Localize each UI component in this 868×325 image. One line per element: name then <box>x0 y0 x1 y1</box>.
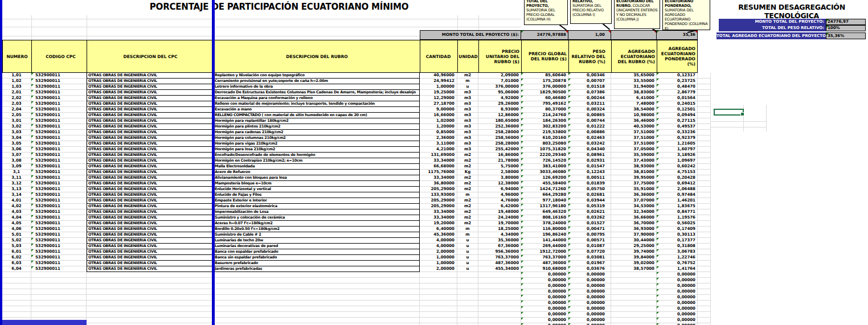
cell-peso-relativo[interactable]: 0,00865 <box>568 113 611 118</box>
cell-codigo-cpc[interactable]: 532900011 <box>31 147 87 153</box>
cell-descripcion-cpc[interactable]: OTRAS OBRAS DE INGENIERIA CIVIL <box>87 79 214 84</box>
empty-cell[interactable] <box>698 301 711 306</box>
cell-agregado-rubro[interactable]: 39,02000 <box>611 261 657 266</box>
cell-descripcion-cpc[interactable]: OTRAS OBRAS DE INGENIERIA CIVIL <box>87 238 214 244</box>
cell-numero[interactable]: 4,01 <box>2 198 31 204</box>
cell-agregado-ponderado[interactable]: 0,00000 <box>657 295 698 301</box>
cell-precio-global[interactable]: 269,44000 <box>521 244 568 249</box>
cell-descripcion-rubro[interactable]: Excavación a mano <box>214 107 420 113</box>
cell-descripcion-cpc[interactable]: OTRAS OBRAS DE INGENIERIA CIVIL <box>87 153 214 158</box>
cell-agregado-rubro[interactable]: 40,53000 <box>611 124 657 130</box>
cell-numero[interactable]: 3,11 <box>2 175 31 181</box>
cell-agregado-rubro[interactable]: 37,05000 <box>611 147 657 153</box>
cell-codigo-cpc[interactable]: 532900011 <box>31 175 87 181</box>
cell-numero[interactable]: 3,03 <box>2 130 31 135</box>
total-precio-global-cell[interactable]: 24776,97888 <box>521 30 568 40</box>
cell-descripcion-rubro[interactable] <box>214 306 420 312</box>
cell-precio-unitario[interactable]: 5,75000 <box>478 164 521 170</box>
cell-descripcion-rubro[interactable]: Malla Electrosoldada <box>214 164 420 170</box>
cell-unidad[interactable]: m <box>457 232 478 238</box>
cell-codigo-cpc[interactable]: 532900011 <box>31 249 87 255</box>
cell-agregado-rubro[interactable]: 34,53000 <box>611 204 657 209</box>
cell-peso-relativo[interactable]: 0,01967 <box>568 261 611 266</box>
empty-cell[interactable] <box>698 232 711 238</box>
cell-unidad[interactable]: m2 <box>457 221 478 227</box>
cell-unidad[interactable]: m2 <box>457 198 478 204</box>
cell-cantidad[interactable]: 1175,76000 <box>420 170 457 175</box>
cell-peso-relativo[interactable]: 0,00000 <box>568 272 611 278</box>
cell-descripcion-rubro[interactable] <box>214 272 420 278</box>
cell-peso-relativo[interactable]: 0,03262 <box>568 215 611 221</box>
cell-descripcion-cpc[interactable]: OTRAS OBRAS DE INGENIERIA CIVIL <box>87 147 214 153</box>
cell-descripcion-rubro[interactable]: Aceras h=0.07 f'c=180kg/cm2 <box>214 221 420 227</box>
empty-cell[interactable] <box>698 158 711 164</box>
cell-precio-unitario[interactable]: 258,28000 <box>478 130 521 135</box>
cell-agregado-rubro[interactable]: 37,90000 <box>611 232 657 238</box>
cell-peso-relativo[interactable]: 0,01518 <box>568 84 611 90</box>
cell-agregado-rubro[interactable] <box>611 289 657 295</box>
cell-cantidad[interactable]: 33,34000 <box>420 209 457 215</box>
cell-precio-global[interactable]: 85,60640 <box>521 73 568 79</box>
cell-descripcion-cpc[interactable]: OTRAS OBRAS DE INGENIERIA CIVIL <box>87 84 214 90</box>
cell-peso-relativo[interactable]: 0,12243 <box>568 170 611 175</box>
cell-codigo-cpc[interactable] <box>31 272 87 278</box>
empty-cell[interactable] <box>698 141 711 147</box>
header-descripcion-rubro[interactable]: DESCRIPCION DEL RUBRO <box>214 40 420 72</box>
cell-numero[interactable]: 2,01 <box>2 90 31 96</box>
cell-codigo-cpc[interactable]: 532900011 <box>31 107 87 113</box>
cell-precio-global[interactable]: 0,00000 <box>521 312 568 318</box>
cell-peso-relativo[interactable]: 0,02463 <box>568 135 611 141</box>
cell-unidad[interactable] <box>457 312 478 318</box>
cell-descripcion-cpc[interactable]: OTRAS OBRAS DE INGENIERIA CIVIL <box>87 164 214 170</box>
cell-precio-unitario[interactable] <box>478 283 521 289</box>
cell-unidad[interactable]: m3 <box>457 107 478 113</box>
cell-descripcion-cpc[interactable]: OTRAS OBRAS DE INGENIERIA CIVIL <box>87 261 214 266</box>
cell-agregado-ponderado[interactable]: 0,09494 <box>657 113 698 118</box>
cell-precio-unitario[interactable] <box>478 312 521 318</box>
cell-agregado-rubro[interactable]: 36,66000 <box>611 215 657 221</box>
cell-unidad[interactable] <box>457 295 478 301</box>
empty-cell[interactable] <box>698 107 711 113</box>
header-codigo-cpc[interactable]: CODIGO CPC <box>32 40 87 72</box>
cell-descripcion-cpc[interactable]: OTRAS OBRAS DE INGENIERIA CIVIL <box>87 113 214 118</box>
empty-cell[interactable] <box>698 153 711 158</box>
cell-numero[interactable] <box>2 283 31 289</box>
cell-precio-unitario[interactable] <box>478 289 521 295</box>
cell-numero[interactable]: 5,03 <box>2 244 31 249</box>
cell-descripcion-cpc[interactable] <box>87 289 214 295</box>
empty-cell[interactable] <box>698 209 711 215</box>
header-cantidad[interactable]: CANTIDAD <box>420 40 458 72</box>
cell-precio-global[interactable]: 302,83200 <box>521 124 568 130</box>
cell-cantidad[interactable]: 33,34000 <box>420 175 457 181</box>
cell-descripcion-rubro[interactable] <box>214 301 420 306</box>
cell-cantidad[interactable]: 205,29000 <box>420 198 457 204</box>
cell-descripcion-cpc[interactable]: OTRAS OBRAS DE INGENIERIA CIVIL <box>87 158 214 164</box>
cell-precio-unitario[interactable]: 252,36000 <box>478 124 521 130</box>
cell-peso-relativo[interactable]: 0,00707 <box>568 79 611 84</box>
cell-agregado-rubro[interactable] <box>611 295 657 301</box>
cell-agregado-rubro[interactable]: 35,65000 <box>611 73 657 79</box>
empty-cell[interactable] <box>698 221 711 227</box>
cell-precio-global[interactable]: 649,46320 <box>521 209 568 215</box>
header-agregado-rubro[interactable]: AGREGADO ECUATORIANO DEL RUBRO (%) <box>612 40 657 72</box>
cell-numero[interactable]: 3,09 <box>2 164 31 170</box>
cell-peso-relativo[interactable]: 0,02681 <box>568 192 611 198</box>
cell-codigo-cpc[interactable]: 532900011 <box>31 84 87 90</box>
cell-agregado-ponderado[interactable]: 0,24015 <box>657 101 698 107</box>
empty-cell[interactable] <box>698 147 711 153</box>
empty-cell[interactable] <box>698 255 711 261</box>
cell-unidad[interactable]: m2 <box>457 187 478 192</box>
cell-codigo-cpc[interactable]: 532900011 <box>31 113 87 118</box>
cell-cantidad[interactable]: 45,36000 <box>420 232 457 238</box>
cell-precio-unitario[interactable]: 6,94000 <box>478 187 521 192</box>
summary-label-peso-relativo[interactable]: TOTAL DEL PESO RELATIVO: <box>719 25 826 31</box>
cell-descripcion-rubro[interactable]: Jardineras prefabricadas <box>214 266 420 272</box>
empty-cell[interactable] <box>698 312 711 318</box>
cell-precio-global[interactable]: 0,00000 <box>521 272 568 278</box>
cell-peso-relativo[interactable]: 0,01087 <box>568 244 611 249</box>
cell-precio-unitario[interactable] <box>478 278 521 283</box>
cell-descripcion-rubro[interactable]: Hormigón para losa 210kg/cm2 <box>214 147 420 153</box>
cell-descripcion-cpc[interactable]: OTRAS OBRAS DE INGENIERIA CIVIL <box>87 204 214 209</box>
cell-peso-relativo[interactable]: 0,00000 <box>568 306 611 312</box>
cell-unidad[interactable]: m3 <box>457 130 478 135</box>
